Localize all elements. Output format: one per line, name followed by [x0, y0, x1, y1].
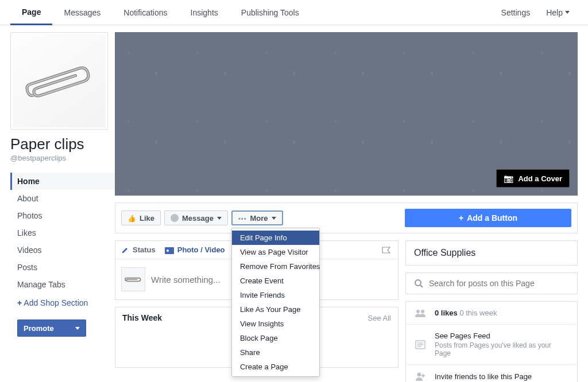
nav-tab-publishing-tools[interactable]: Publishing Tools	[230, 0, 311, 25]
flag-icon[interactable]	[382, 247, 392, 254]
pages-feed-row[interactable]: See Pages Feed Posts from Pages you've l…	[406, 324, 577, 364]
photo-icon	[165, 246, 174, 254]
nav-tab-messages[interactable]: Messages	[52, 0, 112, 25]
see-all-link[interactable]: See All	[368, 314, 391, 322]
nav-tab-notifications[interactable]: Notifications	[112, 0, 179, 25]
add-a-button[interactable]: + Add a Button	[405, 209, 571, 227]
svg-point-10	[417, 373, 421, 377]
like-label: Like	[140, 214, 154, 223]
caret-down-icon	[565, 11, 570, 14]
svg-point-4	[416, 310, 420, 313]
add-cover-button[interactable]: Add a Cover	[496, 169, 570, 188]
feed-sub-text: Posts from Pages you've liked as your Pa…	[435, 341, 569, 357]
page-search-input[interactable]	[429, 279, 569, 288]
plus-icon: +	[459, 213, 463, 223]
add-shop-section-link[interactable]: + Add Shop Section	[10, 293, 115, 313]
plus-icon: +	[17, 298, 22, 307]
more-dropdown: Edit Page Info View as Page Visitor Remo…	[231, 228, 320, 377]
likes-row[interactable]: 0 likes 0 this week	[406, 302, 577, 324]
message-button[interactable]: Message	[164, 211, 228, 225]
left-column: Paper clips @bestpaperclips Home About P…	[0, 25, 115, 382]
paperclip-icon	[123, 272, 143, 286]
category-box[interactable]: Office Supplies	[405, 240, 578, 266]
message-icon	[171, 214, 179, 222]
composer-status-label: Status	[133, 245, 156, 254]
composer-tab-status[interactable]: Status	[121, 245, 156, 254]
caret-down-icon	[75, 327, 80, 330]
people-icon	[414, 309, 427, 317]
add-button-label: Add a Button	[467, 213, 517, 223]
camera-icon	[504, 174, 513, 183]
invite-friends-row[interactable]: Invite friends to like this Page	[406, 364, 577, 382]
like-button[interactable]: Like	[121, 211, 161, 225]
nav-help-label: Help	[546, 8, 563, 17]
nav-tab-page[interactable]: Page	[10, 0, 52, 25]
more-menu-invite-friends[interactable]: Invite Friends	[232, 288, 319, 302]
nav-tab-insights[interactable]: Insights	[179, 0, 230, 25]
sidenav-videos[interactable]: Videos	[10, 241, 115, 259]
paperclip-icon	[14, 46, 105, 115]
more-menu-share[interactable]: Share	[232, 345, 319, 360]
add-person-icon	[414, 372, 427, 381]
sidenav-photos[interactable]: Photos	[10, 207, 115, 224]
composer-tab-photo-video[interactable]: Photo / Video	[165, 245, 225, 254]
sidenav-posts[interactable]: Posts	[10, 259, 115, 276]
caret-down-icon	[217, 217, 222, 220]
page-search-box	[405, 272, 578, 294]
dots-icon	[238, 214, 247, 223]
right-column: Add a Cover Like Message More	[115, 25, 588, 382]
more-label: More	[250, 214, 268, 223]
more-menu-create-event[interactable]: Create Event	[232, 274, 319, 288]
profile-picture[interactable]	[10, 32, 108, 130]
likes-count: 0 likes	[435, 309, 458, 317]
svg-line-3	[420, 285, 423, 287]
caret-down-icon	[272, 217, 276, 220]
more-menu-view-insights[interactable]: View Insights	[232, 317, 319, 331]
nav-help[interactable]: Help	[538, 8, 578, 17]
cover-photo-area[interactable]: Add a Cover	[115, 32, 578, 196]
message-label: Message	[182, 214, 214, 223]
svg-point-1	[167, 250, 169, 252]
add-shop-label: Add Shop Section	[24, 298, 88, 307]
sidenav-manage-tabs[interactable]: Manage Tabs	[10, 276, 115, 293]
sidenav-home[interactable]: Home	[10, 173, 115, 190]
composer-avatar	[121, 267, 145, 291]
top-nav: Page Messages Notifications Insights Pub…	[0, 0, 588, 25]
more-menu-edit-page-info[interactable]: Edit Page Info	[232, 231, 319, 245]
more-menu-remove-favorites[interactable]: Remove From Favorites	[232, 259, 319, 274]
action-bar: Like Message More Edit Page Info View as…	[115, 202, 578, 233]
search-icon	[414, 279, 423, 288]
side-navigation: Home About Photos Likes Videos Posts Man…	[10, 173, 115, 293]
sidenav-likes[interactable]: Likes	[10, 224, 115, 241]
thumb-up-icon	[127, 214, 136, 223]
page-stats-card: 0 likes 0 this week See Pages Feed Posts…	[405, 301, 578, 382]
sidenav-about[interactable]: About	[10, 190, 115, 207]
svg-point-5	[421, 310, 424, 313]
invite-text: Invite friends to like this Page	[435, 372, 532, 381]
svg-rect-0	[165, 247, 174, 254]
this-week-title: This Week	[122, 313, 162, 322]
pencil-icon	[121, 246, 129, 254]
page-title: Paper clips	[10, 135, 115, 153]
nav-settings[interactable]: Settings	[493, 8, 539, 17]
more-menu-view-as-visitor[interactable]: View as Page Visitor	[232, 245, 319, 259]
composer-photo-label: Photo / Video	[177, 245, 225, 254]
promote-label: Promote	[24, 324, 54, 333]
svg-point-2	[415, 280, 421, 286]
more-menu-block-page[interactable]: Block Page	[232, 331, 319, 345]
more-button[interactable]: More	[231, 211, 283, 225]
feed-main-text: See Pages Feed	[435, 332, 569, 340]
more-menu-create-page[interactable]: Create a Page	[232, 360, 319, 374]
feed-icon	[414, 340, 427, 349]
add-cover-label: Add a Cover	[518, 174, 562, 183]
likes-sub: 0 this week	[459, 309, 497, 317]
page-handle: @bestpaperclips	[10, 154, 115, 162]
promote-button[interactable]: Promote	[17, 319, 86, 337]
more-menu-like-as-page[interactable]: Like As Your Page	[232, 302, 319, 317]
